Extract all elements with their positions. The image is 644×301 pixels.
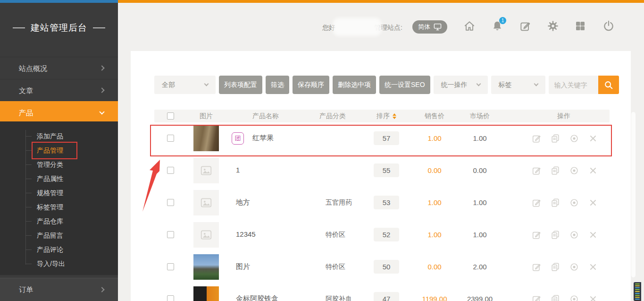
row-checkbox[interactable] [167,231,174,238]
product-category: 阿胶补血 [326,295,352,301]
sidebar-menu-item[interactable]: 文章 [0,79,118,101]
edit-icon[interactable] [531,133,542,144]
edit-icon[interactable] [531,165,542,176]
row-checkbox[interactable] [167,199,174,206]
notification-bell-icon[interactable]: 1 [491,20,503,32]
sort-value[interactable]: 47 [374,292,399,301]
toolbar-dropdown[interactable]: 统一操作 [434,76,488,94]
product-thumbnail[interactable] [193,158,219,183]
delete-x-icon[interactable] [588,230,598,240]
home-icon[interactable] [463,20,476,32]
preview-eye-icon[interactable] [569,133,579,144]
delete-x-icon[interactable] [588,262,598,272]
delete-x-icon[interactable] [588,198,598,208]
copy-icon[interactable] [550,198,560,208]
toolbar-button[interactable]: 列表项配置 [219,76,262,94]
market-price: 2.00 [461,263,499,271]
sidebar-submenu-item[interactable]: 添加产品 [0,129,118,143]
preview-eye-icon[interactable] [569,230,579,240]
table-row: 12345 特价区 52 1.00 1.00 [131,219,631,251]
apps-grid-icon[interactable] [575,20,587,32]
sort-value[interactable]: 52 [374,228,399,241]
search-bar [549,76,619,94]
toolbar-button[interactable]: 筛选 [266,76,289,94]
sidebar-submenu-item[interactable]: 管理分类 [0,157,118,172]
row-checkbox[interactable] [167,135,174,142]
edit-icon[interactable] [531,294,542,301]
toolbar-dropdown[interactable]: 标签 [491,76,545,94]
product-thumbnail[interactable] [193,254,219,280]
toolbar-button[interactable]: 统一设置SEO [379,76,430,94]
toolbar-button[interactable]: 保存顺序 [293,76,329,94]
delete-x-icon[interactable] [588,294,598,301]
scrollbar-thumb[interactable] [631,112,636,277]
table-rows: 团 红苹果 57 1.00 1.00 [131,122,631,301]
edit-icon[interactable] [531,198,542,208]
sort-arrows-icon[interactable] [393,113,396,119]
sidebar-menu-item[interactable]: 产品 [0,101,118,123]
search-input[interactable] [549,76,598,94]
toolbar: 全部 列表项配置筛选保存顺序删除选中项统一设置SEO 统一操作 标签 [154,76,612,94]
pinned-extension-widget[interactable] [634,282,641,301]
delete-x-icon[interactable] [588,165,598,176]
language-pill-button[interactable]: 简体 [412,20,447,34]
row-checkbox[interactable] [167,263,174,270]
table-row: 金标阿胶铁盒 阿胶补血 47 1199.00 2399.00 [131,283,631,301]
copy-icon[interactable] [550,262,560,272]
product-thumbnail[interactable] [193,126,219,151]
copy-icon[interactable] [550,230,560,240]
compose-edit-icon[interactable] [519,20,531,32]
product-thumbnail[interactable] [193,190,219,215]
category-filter-dropdown[interactable]: 全部 [154,76,216,94]
group-buy-badge: 团 [232,132,244,145]
sort-value[interactable]: 57 [374,131,399,145]
sort-value[interactable]: 50 [374,260,399,274]
product-thumbnail[interactable] [193,286,219,301]
preview-eye-icon[interactable] [569,198,579,208]
preview-eye-icon[interactable] [569,294,579,301]
table-header: 图片 产品名称 产品分类 排序 销售价 市场价 操作 [154,110,610,122]
sidebar-submenu-item[interactable]: 产品管理 [0,143,118,157]
copy-icon[interactable] [550,294,560,301]
search-button[interactable] [598,76,619,94]
sidebar-submenu: 添加产品产品管理管理分类产品属性规格管理标签管理产品仓库产品留言产品评论导入/导… [0,121,118,275]
delete-x-icon[interactable] [588,133,598,144]
copy-icon[interactable] [550,133,560,144]
sidebar-submenu-item[interactable]: 产品评论 [0,242,118,257]
sort-value[interactable]: 53 [374,196,399,209]
header-icons: 1 [463,20,615,32]
product-category: 五官用药 [326,198,352,207]
select-all-checkbox[interactable] [167,112,174,120]
chevron-right-icon [99,287,104,292]
sidebar-submenu-item[interactable]: 产品属性 [0,172,118,186]
sidebar-submenu-item[interactable]: 产品留言 [0,228,118,242]
sort-value[interactable]: 55 [374,163,399,177]
sale-price: 0.00 [416,263,453,271]
preview-eye-icon[interactable] [569,262,579,272]
sidebar-submenu-item[interactable]: 产品仓库 [0,214,118,228]
preview-eye-icon[interactable] [569,165,579,176]
chevron-down-icon [534,82,538,86]
toolbar-button[interactable]: 删除选中项 [333,76,376,94]
title-dash [93,27,105,28]
settings-gear-icon[interactable] [547,20,559,32]
column-image: 图片 [200,112,213,120]
row-checkbox[interactable] [167,167,174,174]
column-sort[interactable]: 排序 [376,112,396,120]
copy-icon[interactable] [550,165,560,176]
sidebar-menu-item[interactable]: 站点概况 [0,57,118,79]
power-logout-icon[interactable] [602,20,615,32]
sidebar-item-orders[interactable]: 订单 [0,278,118,301]
row-checkbox[interactable] [167,295,174,301]
edit-icon[interactable] [531,230,542,240]
sidebar: 建站管理后台 站点概况 文章 产品 添加产品产品管理管理分类产品属性规格管理标签… [0,3,118,301]
sidebar-submenu-item[interactable]: 规格管理 [0,186,118,200]
product-thumbnail[interactable] [193,222,219,248]
sidebar-menu-item-label: 文章 [19,86,33,95]
chevron-icon [99,87,104,93]
table-row: 地方 五官用药 53 1.00 1.00 [131,187,631,219]
market-price: 0.00 [461,166,499,174]
sidebar-submenu-item[interactable]: 导入/导出 [0,257,118,271]
sidebar-submenu-item[interactable]: 标签管理 [0,200,118,214]
edit-icon[interactable] [531,262,542,272]
